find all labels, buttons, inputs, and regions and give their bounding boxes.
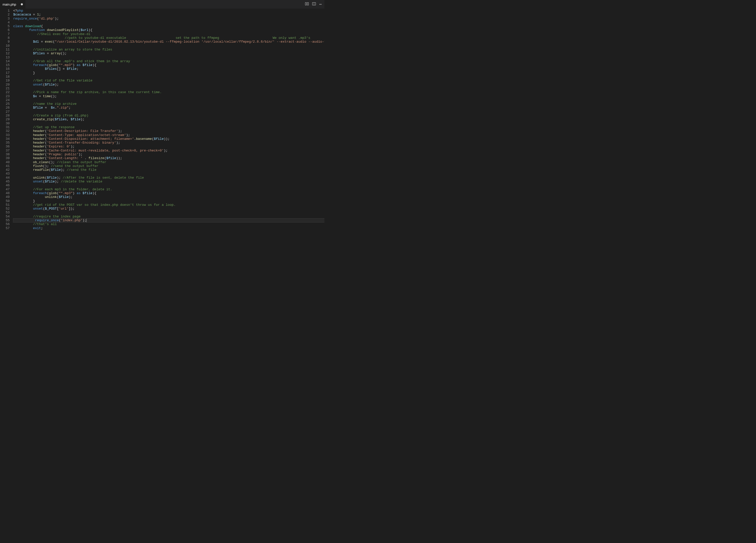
code-line[interactable]: require_once('index.php'); <box>13 219 324 222</box>
line-number: 34 <box>0 137 10 141</box>
token <box>13 63 33 67</box>
code-line[interactable]: create_zip($files, $file); <box>13 118 324 121</box>
code-line[interactable] <box>13 87 324 90</box>
code-line[interactable]: //Grab all the .mp3's and stick them in … <box>13 59 324 63</box>
token: 'Expires: 0' <box>47 145 71 149</box>
token: ); <box>57 176 63 180</box>
code-line[interactable]: unset($_POST['url']); <box>13 207 324 211</box>
code-line[interactable] <box>13 44 324 48</box>
more-actions-icon[interactable]: ⋯ <box>319 2 322 7</box>
code-line[interactable]: unlink($file); <box>13 195 324 199</box>
code-line[interactable]: //path to youtube-dl executable set the … <box>13 36 324 40</box>
code-line[interactable]: function downloadPlaylist($url){ <box>13 28 324 32</box>
code-line[interactable]: header('Content-Type: application/octet-… <box>13 133 324 137</box>
token: 'Pragma: public' <box>47 153 79 156</box>
token: = <box>39 40 45 44</box>
line-number: 51 <box>0 203 10 207</box>
token: header <box>33 145 45 149</box>
code-line[interactable]: //name the zip archive <box>13 102 324 106</box>
code-line[interactable]: } <box>13 199 324 203</box>
code-line[interactable]: unset($file); //delete the variable <box>13 180 324 184</box>
code-line[interactable]: readfile($file); //send the file <box>13 168 324 172</box>
code-line[interactable]: //require the index page <box>13 215 324 219</box>
line-number: 47 <box>0 188 10 191</box>
code-line[interactable] <box>13 172 324 176</box>
token <box>13 191 33 195</box>
code-line[interactable]: header('Cache-Control: must-revalidate, … <box>13 149 324 153</box>
code-line[interactable]: } <box>13 71 324 75</box>
code-line[interactable]: //Get rid of the file variable <box>13 79 324 83</box>
token: . <box>134 137 136 141</box>
code-line[interactable]: foreach(glob("*.mp3") as $file){ <box>13 191 324 195</box>
token: ( <box>45 145 47 149</box>
code-line[interactable]: header('Pragma: public'); <box>13 153 324 156</box>
code-line[interactable] <box>13 21 324 24</box>
code-line[interactable] <box>13 211 324 215</box>
code-line[interactable]: header('Content-Length: ' . filesize($fi… <box>13 156 324 160</box>
code-line[interactable]: require_once('dl.php'); <box>13 17 324 21</box>
line-number: 23 <box>0 94 10 98</box>
code-line[interactable]: $cacacaca = 1; <box>13 13 324 17</box>
code-line[interactable]: $files[] = $file; <box>13 67 324 71</box>
token: $file <box>83 191 92 195</box>
line-number: 20 <box>0 83 10 87</box>
token: ); <box>78 153 83 156</box>
text-cursor <box>86 219 87 222</box>
code-line[interactable]: header('Content-Transfer-Encoding: binar… <box>13 141 324 145</box>
token: basename <box>136 137 152 141</box>
code-line[interactable]: unset($file); <box>13 83 324 87</box>
code-line[interactable]: $dl = exec("/usr/local/Cellar/youtube-dl… <box>13 40 324 44</box>
code-area[interactable]: <?php$cacacaca = 1;require_once('dl.php'… <box>13 9 324 233</box>
code-line[interactable]: //Pick a name for the zip archive, in th… <box>13 90 324 94</box>
line-number: 43 <box>0 172 10 176</box>
code-line[interactable]: class download{ <box>13 24 324 28</box>
code-line[interactable]: //Set up the response <box>13 125 324 129</box>
token: ); <box>126 133 130 137</box>
token: //Grab all the .mp3's and stick them in … <box>33 59 130 63</box>
token: ( <box>43 83 45 87</box>
code-line[interactable] <box>13 122 324 125</box>
code-line[interactable]: unlink($file); //After the file is sent,… <box>13 176 324 180</box>
token <box>13 83 33 87</box>
line-number: 27 <box>0 110 10 114</box>
token: ) <box>73 191 77 195</box>
code-line[interactable]: exit; <box>13 226 324 230</box>
token: ); <box>80 118 85 121</box>
code-line[interactable]: //Shell exec for youtube-dl <box>13 32 324 36</box>
token: ( <box>43 180 45 184</box>
token: 'Content-Type: application/octet-stream' <box>47 133 126 137</box>
code-line[interactable]: //Create a zip (from dl.php) <box>13 114 324 118</box>
code-line[interactable] <box>13 56 324 59</box>
token: ( <box>45 153 47 156</box>
token: ; <box>41 226 43 230</box>
editor[interactable]: 1234567891011121314151617181920212223242… <box>0 9 324 233</box>
token: (); <box>43 164 51 168</box>
line-number: 24 <box>0 98 10 102</box>
code-line[interactable] <box>13 184 324 187</box>
code-line[interactable]: header('Content-Description: File Transf… <box>13 129 324 133</box>
code-line[interactable]: ob_clean(); //clean the output buffer <box>13 160 324 164</box>
code-line[interactable]: $files = array(); <box>13 52 324 55</box>
code-line[interactable]: header('Expires: 0'); <box>13 145 324 149</box>
split-editor-icon[interactable] <box>312 2 316 7</box>
code-line[interactable]: foreach(glob("*.mp3") as $file){ <box>13 63 324 67</box>
code-line[interactable]: //initialize an array to store the files <box>13 48 324 52</box>
code-line[interactable]: header('Content-Disposition: attachment;… <box>13 137 324 141</box>
token: ( <box>53 118 55 121</box>
code-line[interactable] <box>13 110 324 114</box>
code-line[interactable]: $x = time(); <box>13 94 324 98</box>
compare-changes-icon[interactable] <box>305 2 309 7</box>
code-line[interactable]: flush(); //send the output buffer <box>13 164 324 168</box>
code-line[interactable]: $file = $x.".zip"; <box>13 106 324 110</box>
line-number: 15 <box>0 63 10 67</box>
code-line[interactable]: <?php <box>13 9 324 13</box>
code-line[interactable] <box>13 98 324 102</box>
tab-main-php[interactable]: main.php <box>0 0 25 9</box>
code-line[interactable] <box>13 75 324 79</box>
line-number: 10 <box>0 44 10 48</box>
line-number-gutter: 1234567891011121314151617181920212223242… <box>0 9 13 233</box>
code-line[interactable]: //get rid of the POST var so that index.… <box>13 203 324 207</box>
code-line[interactable]: //that's all <box>13 222 324 226</box>
code-line[interactable]: //For each mp3 in the folder, delete it. <box>13 188 324 191</box>
line-number: 21 <box>0 87 10 90</box>
